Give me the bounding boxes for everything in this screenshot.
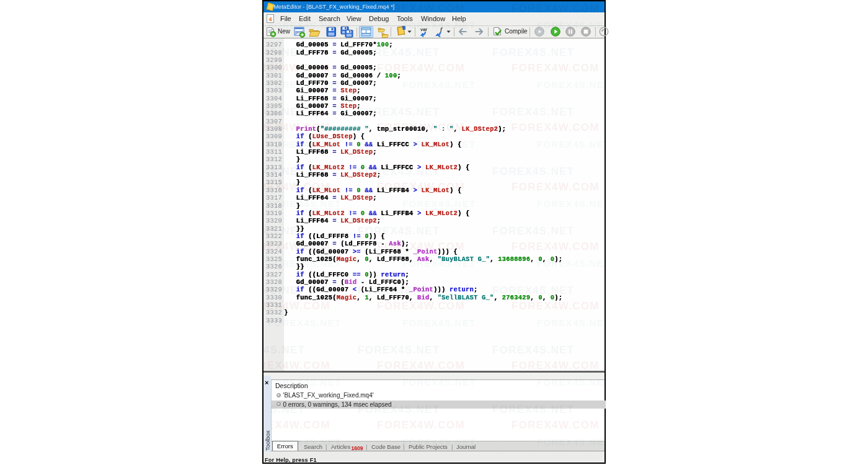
svg-text:4: 4 <box>268 16 272 22</box>
svg-text:var: var <box>420 27 427 32</box>
svg-text:f: f <box>440 27 443 33</box>
